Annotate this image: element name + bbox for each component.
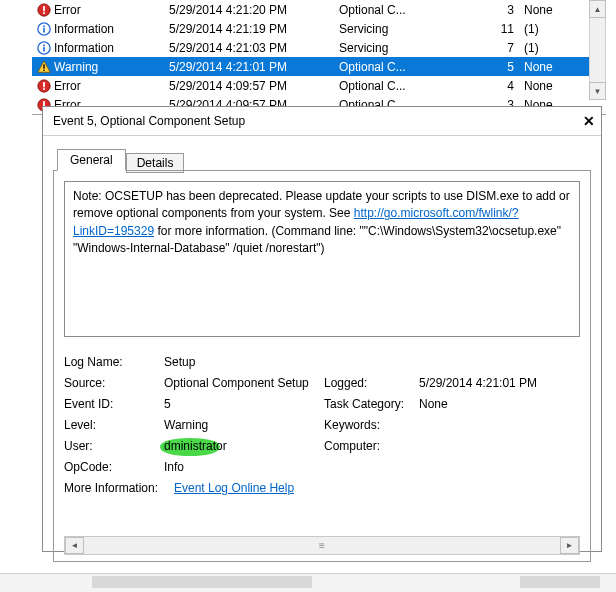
- value-opcode: Info: [164, 460, 324, 474]
- event-fields: Log Name: Setup Source: Optional Compone…: [64, 351, 580, 498]
- pane-header: Event 5, Optional Component Setup ✕: [43, 107, 601, 136]
- label-level: Level:: [64, 418, 164, 432]
- cell-id: 5: [469, 60, 524, 74]
- scroll-track[interactable]: ≡: [84, 537, 560, 554]
- cell-id: 7: [469, 41, 524, 55]
- label-source: Source:: [64, 376, 164, 390]
- cell-date: 5/29/2014 4:21:03 PM: [169, 41, 339, 55]
- event-row[interactable]: Warning5/29/2014 4:21:01 PMOptional C...…: [32, 57, 606, 76]
- event-list-scrollbar[interactable]: ▲ ▼: [589, 0, 606, 100]
- warn-icon: [34, 60, 54, 74]
- error-icon: [34, 79, 54, 93]
- link-moreinfo[interactable]: Event Log Online Help: [174, 481, 294, 495]
- event-row[interactable]: Information5/29/2014 4:21:19 PMServicing…: [32, 19, 606, 38]
- svg-rect-4: [43, 28, 45, 32]
- cell-id: 3: [469, 3, 524, 17]
- label-taskcat: Task Category:: [324, 397, 419, 411]
- event-list: Error5/29/2014 4:21:20 PMOptional C...3N…: [32, 0, 606, 115]
- value-logged: 5/29/2014 4:21:01 PM: [419, 376, 580, 390]
- pane-title: Event 5, Optional Component Setup: [53, 114, 245, 128]
- svg-rect-8: [43, 44, 45, 46]
- svg-rect-2: [43, 12, 45, 14]
- scroll-up-button[interactable]: ▲: [589, 0, 606, 18]
- svg-rect-13: [43, 82, 45, 87]
- event-viewer-window: Error5/29/2014 4:21:20 PMOptional C...3N…: [0, 0, 616, 592]
- svg-rect-5: [43, 25, 45, 27]
- info-icon: [34, 41, 54, 55]
- value-logname: Setup: [164, 355, 324, 369]
- cell-level: Warning: [54, 60, 169, 74]
- cell-source: Optional C...: [339, 60, 469, 74]
- event-row[interactable]: Error5/29/2014 4:21:20 PMOptional C...3N…: [32, 0, 606, 19]
- horizontal-scrollbar[interactable]: ◄ ≡ ►: [64, 536, 580, 555]
- cell-date: 5/29/2014 4:21:19 PM: [169, 22, 339, 36]
- cell-level: Error: [54, 79, 169, 93]
- value-eventid: 5: [164, 397, 324, 411]
- label-eventid: Event ID:: [64, 397, 164, 411]
- scroll-grip-icon: ≡: [319, 540, 325, 551]
- value-user: dministrator: [164, 439, 324, 453]
- label-opcode: OpCode:: [64, 460, 164, 474]
- svg-rect-14: [43, 88, 45, 90]
- label-logged: Logged:: [324, 376, 419, 390]
- cell-source: Servicing: [339, 41, 469, 55]
- cell-source: Servicing: [339, 22, 469, 36]
- cell-id: 4: [469, 79, 524, 93]
- label-logname: Log Name:: [64, 355, 164, 369]
- cell-level: Information: [54, 41, 169, 55]
- value-taskcat: None: [419, 397, 580, 411]
- label-computer: Computer:: [324, 439, 419, 453]
- label-user: User:: [64, 439, 164, 453]
- status-bar: [0, 573, 616, 592]
- event-details-pane: Event 5, Optional Component Setup ✕ Gene…: [42, 106, 602, 552]
- svg-rect-10: [43, 64, 44, 68]
- tab-body: Note: OCSETUP has been deprecated. Pleas…: [53, 170, 591, 562]
- cell-source: Optional C...: [339, 3, 469, 17]
- scroll-right-button[interactable]: ►: [560, 537, 579, 554]
- event-row[interactable]: Error5/29/2014 4:09:57 PMOptional C...4N…: [32, 76, 606, 95]
- event-message: Note: OCSETUP has been deprecated. Pleas…: [64, 181, 580, 337]
- cell-date: 5/29/2014 4:21:20 PM: [169, 3, 339, 17]
- svg-rect-1: [43, 6, 45, 11]
- cell-source: Optional C...: [339, 79, 469, 93]
- scroll-left-button[interactable]: ◄: [65, 537, 84, 554]
- tab-general[interactable]: General: [57, 149, 126, 171]
- scroll-down-button[interactable]: ▼: [589, 82, 606, 100]
- info-icon: [34, 22, 54, 36]
- cell-date: 5/29/2014 4:09:57 PM: [169, 79, 339, 93]
- tab-strip: General Details: [57, 146, 601, 170]
- cell-level: Error: [54, 3, 169, 17]
- value-source: Optional Component Setup: [164, 376, 324, 390]
- close-icon[interactable]: ✕: [583, 113, 595, 129]
- cell-id: 11: [469, 22, 524, 36]
- label-keywords: Keywords:: [324, 418, 419, 432]
- svg-rect-7: [43, 47, 45, 51]
- svg-rect-11: [43, 69, 44, 70]
- label-moreinfo: More Information:: [64, 481, 174, 495]
- value-level: Warning: [164, 418, 324, 432]
- cell-date: 5/29/2014 4:21:01 PM: [169, 60, 339, 74]
- cell-level: Information: [54, 22, 169, 36]
- error-icon: [34, 3, 54, 17]
- event-row[interactable]: Information5/29/2014 4:21:03 PMServicing…: [32, 38, 606, 57]
